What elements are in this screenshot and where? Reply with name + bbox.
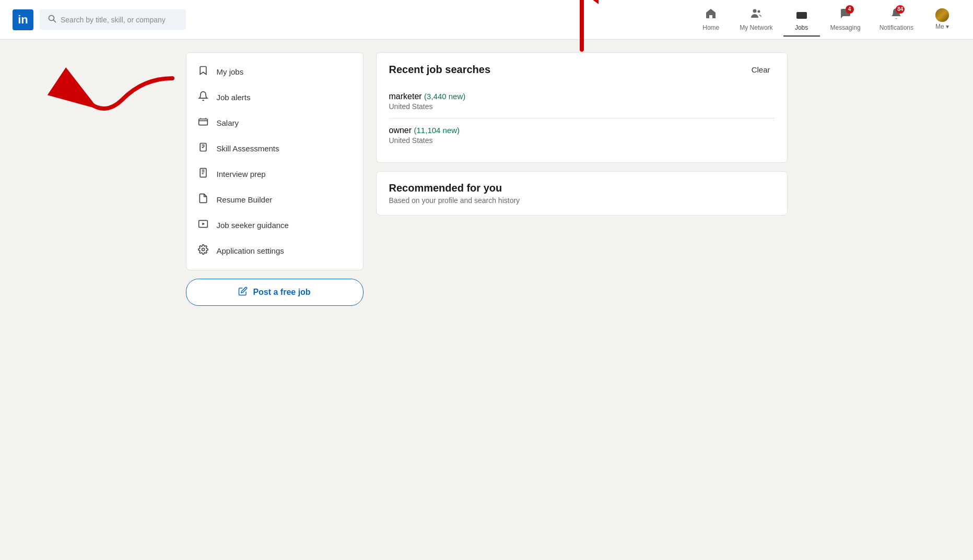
gear-icon [197, 244, 209, 257]
nav-label-me: Me ▾ [935, 23, 949, 30]
sidebar-label-skill-assessments: Skill Assessments [217, 144, 279, 153]
main-content: My jobs Job alerts Salary [173, 52, 800, 306]
main-nav: Home My Network Jobs 4 Messaging [693, 3, 960, 37]
svg-point-3 [757, 10, 760, 13]
sidebar-item-job-alerts[interactable]: Job alerts [186, 85, 363, 110]
sidebar-item-application-settings[interactable]: Application settings [186, 238, 363, 264]
svg-rect-5 [198, 119, 207, 125]
nav-item-jobs[interactable]: Jobs [783, 3, 820, 37]
result-new-count: (3,440 new) [424, 92, 465, 101]
post-free-job-button[interactable]: Post a free job [186, 279, 364, 306]
bookmark-icon [197, 65, 209, 78]
search-input[interactable] [61, 16, 178, 24]
recommended-card: Recommended for you Based on your profil… [376, 171, 788, 216]
post-job-icon [238, 287, 248, 298]
recent-searches-header: Recent job searches Clear [389, 63, 775, 76]
sidebar-item-skill-assessments[interactable]: Skill Assessments [186, 136, 363, 161]
sidebar-item-job-seeker-guidance[interactable]: Job seeker guidance [186, 212, 363, 238]
linkedin-logo[interactable]: in [13, 9, 33, 30]
nav-label-messaging: Messaging [830, 24, 861, 31]
messaging-icon: 4 [839, 7, 852, 23]
nav-item-messaging[interactable]: 4 Messaging [822, 3, 869, 37]
recent-searches-card: Recent job searches Clear marketer (3,44… [376, 52, 788, 163]
svg-marker-13 [202, 223, 205, 225]
search-result-marketer[interactable]: marketer (3,440 new) United States [389, 85, 775, 118]
svg-line-1 [54, 20, 56, 22]
notifications-icon: 84 [890, 7, 902, 23]
nav-label-home: Home [702, 24, 719, 31]
result-query-marketer: marketer (3,440 new) [389, 92, 775, 101]
sidebar-label-salary: Salary [217, 118, 239, 127]
result-new-count: (11,104 new) [414, 126, 460, 135]
sidebar: My jobs Job alerts Salary [186, 52, 364, 306]
result-term: owner [389, 126, 412, 135]
nav-label-notifications: Notifications [880, 24, 913, 31]
sidebar-item-resume-builder[interactable]: Resume Builder [186, 187, 363, 212]
sidebar-card: My jobs Job alerts Salary [186, 52, 364, 270]
bell-icon [197, 91, 209, 104]
avatar-icon [935, 8, 949, 22]
nav-item-my-network[interactable]: My Network [731, 3, 781, 37]
sidebar-label-application-settings: Application settings [217, 246, 284, 255]
document-icon [197, 193, 209, 206]
people-icon [750, 7, 763, 23]
nav-label-jobs: Jobs [795, 24, 808, 31]
nav-item-me[interactable]: Me ▾ [924, 4, 960, 35]
messaging-badge: 4 [846, 5, 854, 14]
sidebar-label-job-alerts: Job alerts [217, 93, 251, 102]
sidebar-item-interview-prep[interactable]: Interview prep [186, 161, 363, 187]
svg-point-2 [753, 9, 756, 13]
sidebar-label-resume-builder: Resume Builder [217, 195, 273, 204]
header-left: in [13, 9, 693, 30]
svg-point-14 [202, 248, 204, 251]
main-header: in Home My Network [0, 0, 973, 40]
clear-button[interactable]: Clear [747, 63, 775, 76]
main-panel: Recent job searches Clear marketer (3,44… [376, 52, 788, 216]
notepad-icon [197, 168, 209, 181]
result-location: United States [389, 102, 775, 111]
recommended-subtitle: Based on your profile and search history [389, 196, 775, 205]
clipboard-icon [197, 142, 209, 155]
svg-rect-8 [200, 169, 206, 177]
result-location: United States [389, 136, 775, 145]
play-icon [197, 219, 209, 232]
recent-searches-title: Recent job searches [389, 64, 491, 76]
search-icon [48, 15, 56, 25]
search-result-owner[interactable]: owner (11,104 new) United States [389, 118, 775, 152]
briefcase-icon [795, 7, 808, 23]
result-term: marketer [389, 92, 422, 101]
post-job-label: Post a free job [253, 288, 310, 297]
notifications-badge: 84 [896, 5, 905, 14]
nav-item-home[interactable]: Home [693, 3, 729, 37]
nav-item-notifications[interactable]: 84 Notifications [871, 3, 922, 37]
sidebar-item-salary[interactable]: Salary [186, 110, 363, 136]
recommended-title: Recommended for you [389, 182, 775, 194]
home-icon [705, 7, 717, 23]
nav-label-my-network: My Network [740, 24, 772, 31]
sidebar-label-job-seeker-guidance: Job seeker guidance [217, 221, 289, 230]
search-bar-container[interactable] [40, 9, 186, 30]
dollar-icon [197, 116, 209, 129]
result-query-owner: owner (11,104 new) [389, 126, 775, 135]
sidebar-label-my-jobs: My jobs [217, 67, 244, 76]
red-arrow-left-decoration [81, 73, 175, 125]
sidebar-label-interview-prep: Interview prep [217, 170, 266, 178]
svg-rect-4 [796, 12, 807, 19]
sidebar-item-my-jobs[interactable]: My jobs [186, 59, 363, 85]
